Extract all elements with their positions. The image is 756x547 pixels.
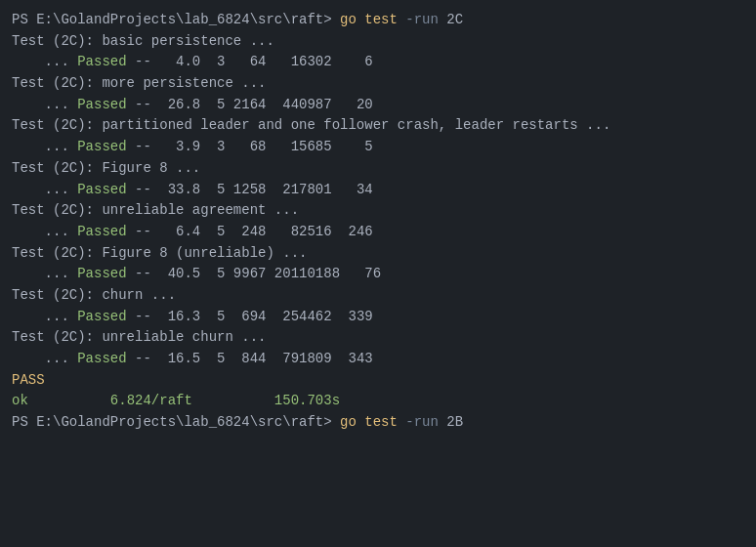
- terminal-line: ... Passed -- 40.5 5 9967 20110188 76: [12, 264, 744, 285]
- terminal-text: Passed: [77, 222, 126, 243]
- terminal-text: Passed: [77, 137, 126, 158]
- terminal-text: -- 6.4 5 248 82516 246: [127, 222, 373, 243]
- terminal-line: Test (2C): more persistence ...: [12, 73, 744, 95]
- terminal-line: Test (2C): unreliable agreement ...: [12, 200, 744, 222]
- terminal-line: Test (2C): basic persistence ...: [12, 31, 744, 53]
- terminal-text: Passed: [77, 95, 126, 116]
- terminal-text: -- 16.5 5 844 791809 343: [127, 349, 373, 370]
- terminal-text: -- 40.5 5 9967 20110188 76: [127, 264, 381, 285]
- terminal-text: ...: [12, 222, 77, 243]
- terminal-line: PS E:\GolandProjects\lab_6824\src\raft> …: [12, 10, 744, 31]
- terminal-line: Test (2C): Figure 8 ...: [12, 158, 744, 180]
- terminal-line: ... Passed -- 16.3 5 694 254462 339: [12, 307, 744, 328]
- terminal-text: -- 33.8 5 1258 217801 34: [127, 180, 373, 201]
- terminal-text: ...: [12, 52, 77, 73]
- terminal-text: Test (2C): unreliable churn ...: [12, 327, 266, 349]
- terminal-text: Test (2C): unreliable agreement ...: [12, 200, 299, 222]
- terminal-line: Test (2C): partitioned leader and one fo…: [12, 115, 744, 137]
- terminal-text: ...: [12, 307, 77, 328]
- terminal-text: Passed: [77, 349, 126, 370]
- terminal-line: PASS: [12, 370, 744, 392]
- terminal-text: PASS: [12, 370, 45, 392]
- terminal-text: Test (2C): partitioned leader and one fo…: [12, 115, 610, 137]
- terminal-line: Test (2C): unreliable churn ...: [12, 327, 744, 349]
- terminal-line: ... Passed -- 6.4 5 248 82516 246: [12, 222, 744, 243]
- terminal-text: ...: [12, 137, 77, 158]
- terminal-text: go test: [340, 412, 398, 434]
- terminal-text: -- 16.3 5 694 254462 339: [127, 307, 373, 328]
- terminal-text: Test (2C): more persistence ...: [12, 73, 266, 95]
- terminal-text: ...: [12, 349, 77, 370]
- terminal-text: Test (2C): Figure 8 ...: [12, 158, 200, 180]
- terminal-text: ...: [12, 95, 77, 116]
- terminal-text: go test: [340, 10, 398, 31]
- terminal-text: 2C: [446, 10, 463, 31]
- terminal-text: ...: [12, 180, 77, 201]
- terminal-text: Test (2C): Figure 8 (unreliable) ...: [12, 243, 307, 265]
- terminal: PS E:\GolandProjects\lab_6824\src\raft> …: [0, 0, 756, 547]
- terminal-line: ... Passed -- 16.5 5 844 791809 343: [12, 349, 744, 370]
- terminal-text: -- 4.0 3 64 16302 6: [127, 52, 373, 73]
- terminal-text: -- 26.8 5 2164 440987 20: [127, 95, 373, 116]
- terminal-text: PS E:\GolandProjects\lab_6824\src\raft>: [12, 10, 340, 31]
- terminal-text: ok 6.824/raft 150.703s: [12, 391, 340, 412]
- terminal-text: -run: [398, 10, 446, 31]
- terminal-text: -- 3.9 3 68 15685 5: [127, 137, 373, 158]
- terminal-line: ... Passed -- 3.9 3 68 15685 5: [12, 137, 744, 158]
- terminal-line: ... Passed -- 33.8 5 1258 217801 34: [12, 180, 744, 201]
- terminal-text: Passed: [77, 307, 126, 328]
- terminal-line: ok 6.824/raft 150.703s: [12, 391, 744, 412]
- terminal-text: -run: [398, 412, 446, 434]
- terminal-text: 2B: [446, 412, 463, 434]
- terminal-line: ... Passed -- 26.8 5 2164 440987 20: [12, 95, 744, 116]
- terminal-text: Passed: [77, 52, 126, 73]
- terminal-text: ...: [12, 264, 77, 285]
- terminal-line: Test (2C): Figure 8 (unreliable) ...: [12, 243, 744, 265]
- terminal-text: Test (2C): churn ...: [12, 285, 176, 307]
- terminal-text: PS E:\GolandProjects\lab_6824\src\raft>: [12, 412, 340, 434]
- terminal-text: Passed: [77, 180, 126, 201]
- terminal-text: Passed: [77, 264, 126, 285]
- terminal-line: ... Passed -- 4.0 3 64 16302 6: [12, 52, 744, 73]
- terminal-line: Test (2C): churn ...: [12, 285, 744, 307]
- terminal-line: PS E:\GolandProjects\lab_6824\src\raft> …: [12, 412, 744, 434]
- terminal-text: Test (2C): basic persistence ...: [12, 31, 274, 53]
